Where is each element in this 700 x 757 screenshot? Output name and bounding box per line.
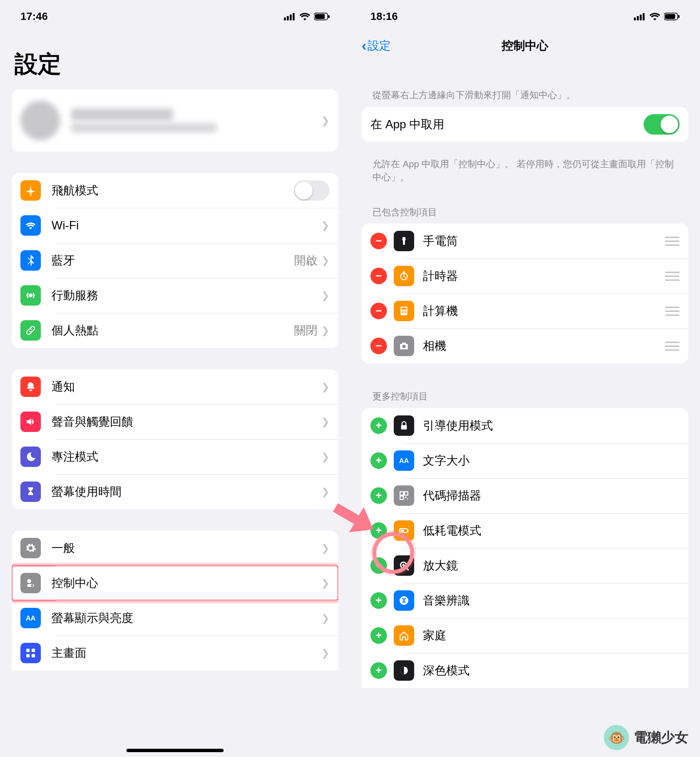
- cc-row-flashlight[interactable]: −手電筒: [362, 224, 688, 258]
- cc-row-qr[interactable]: +代碼掃描器: [362, 478, 688, 513]
- settings-row-speaker[interactable]: 聲音與觸覺回饋❯: [12, 404, 338, 439]
- control-center-screen: 18:16 ‹ 設定 控制中心 從螢幕右上方邊緣向下滑動來打開「通知中心」。 在…: [350, 0, 700, 757]
- svg-rect-5: [315, 14, 325, 19]
- cc-row-timer[interactable]: −計時器: [362, 258, 688, 293]
- add-button[interactable]: +: [370, 592, 387, 609]
- settings-row-gear[interactable]: 一般❯: [12, 531, 338, 566]
- cc-row-aa[interactable]: +AA文字大小: [362, 443, 688, 478]
- section-footer-access: 允許在 App 中取用「控制中心」。 若停用時，您仍可從主畫面取用「控制中心」。: [362, 154, 688, 191]
- settings-row-bluetooth[interactable]: 藍牙開啟❯: [12, 243, 338, 278]
- qr-icon: [394, 485, 414, 506]
- svg-point-9: [31, 585, 34, 587]
- cc-row-darkmode[interactable]: +深色模式: [362, 653, 688, 688]
- home-icon: [394, 625, 414, 646]
- bell-icon: [20, 377, 41, 397]
- chevron-right-icon: ❯: [321, 577, 330, 589]
- moon-icon: [20, 447, 41, 467]
- remove-button[interactable]: −: [370, 338, 387, 354]
- reorder-grip-icon[interactable]: [665, 307, 680, 316]
- remove-button[interactable]: −: [370, 268, 387, 284]
- svg-point-30: [402, 312, 402, 313]
- svg-rect-39: [405, 497, 406, 498]
- section-header-included: 已包含控制項目: [362, 191, 688, 224]
- svg-rect-36: [400, 492, 403, 495]
- section-header-top: 從螢幕右上方邊緣向下滑動來打開「通知中心」。: [362, 59, 688, 107]
- svg-rect-42: [401, 530, 404, 532]
- camera-icon: [394, 336, 414, 356]
- svg-rect-2: [290, 15, 292, 20]
- cc-label: 手電筒: [423, 233, 665, 249]
- cc-label: 相機: [423, 338, 665, 354]
- watermark-text: 電獺少女: [634, 728, 688, 747]
- chevron-right-icon: ❯: [321, 325, 330, 336]
- add-button[interactable]: +: [370, 417, 387, 434]
- back-button[interactable]: ‹ 設定: [362, 38, 391, 53]
- settings-row-airplane[interactable]: 飛航模式: [12, 173, 338, 208]
- chevron-right-icon: ❯: [321, 115, 330, 126]
- settings-row-hourglass[interactable]: 螢幕使用時間❯: [12, 474, 338, 509]
- cc-row-home[interactable]: +家庭: [362, 618, 688, 653]
- svg-rect-6: [328, 15, 330, 18]
- row-tail: 開啟: [294, 253, 317, 268]
- status-icons: [284, 13, 330, 20]
- shazam-icon: [394, 590, 414, 611]
- page-title: 設定: [12, 49, 338, 80]
- settings-row-grid[interactable]: 主畫面❯: [12, 636, 338, 671]
- cc-label: 引導使用模式: [423, 418, 680, 433]
- svg-point-31: [403, 312, 404, 313]
- add-button[interactable]: +: [370, 452, 387, 469]
- svg-point-27: [402, 310, 402, 311]
- toggle-airplane[interactable]: [294, 180, 330, 201]
- cc-row-shazam[interactable]: +音樂辨識: [362, 583, 688, 618]
- chevron-left-icon: ‹: [362, 38, 367, 53]
- cc-row-lock[interactable]: +引導使用模式: [362, 408, 688, 443]
- row-label: 主畫面: [52, 645, 321, 661]
- settings-row-aa[interactable]: AA螢幕顯示與亮度❯: [12, 601, 338, 636]
- row-tail: 關閉: [294, 323, 317, 338]
- cc-label: 放大鏡: [423, 558, 680, 573]
- chevron-right-icon: ❯: [321, 451, 330, 463]
- settings-row-link[interactable]: 個人熱點關閉❯: [12, 313, 338, 348]
- access-label: 在 App 中取用: [370, 117, 644, 132]
- cellular-icon: [634, 13, 646, 20]
- reorder-grip-icon[interactable]: [665, 272, 680, 281]
- chevron-right-icon: ❯: [321, 290, 330, 301]
- settings-row-bell[interactable]: 通知❯: [12, 369, 338, 404]
- row-label: 個人熱點: [52, 323, 294, 338]
- access-toggle[interactable]: [644, 114, 680, 135]
- arrow-annotation: [328, 492, 381, 545]
- switches-icon: [20, 573, 41, 593]
- svg-point-33: [402, 345, 406, 348]
- avatar: [20, 101, 60, 140]
- settings-row-moon[interactable]: 專注模式❯: [12, 439, 338, 474]
- settings-row-switches[interactable]: 控制中心❯: [12, 566, 338, 601]
- settings-row-wifi[interactable]: Wi-Fi❯: [12, 208, 338, 243]
- add-button[interactable]: +: [370, 662, 387, 679]
- svg-rect-21: [678, 15, 680, 18]
- cc-row-calculator[interactable]: −計算機: [362, 293, 688, 328]
- included-group: −手電筒−計時器−計算機−相機: [362, 224, 688, 363]
- cc-row-camera[interactable]: −相機: [362, 328, 688, 363]
- add-button[interactable]: +: [370, 627, 387, 644]
- row-label: 聲音與觸覺回饋: [52, 414, 321, 430]
- grid-icon: [20, 643, 41, 663]
- remove-button[interactable]: −: [370, 233, 387, 249]
- row-label: 專注模式: [52, 449, 321, 465]
- row-label: 螢幕使用時間: [52, 484, 321, 499]
- chevron-right-icon: ❯: [321, 416, 330, 428]
- profile-row[interactable]: ❯: [12, 89, 338, 152]
- svg-point-29: [405, 310, 406, 311]
- speaker-icon: [20, 412, 41, 432]
- svg-rect-15: [634, 17, 636, 20]
- reorder-grip-icon[interactable]: [665, 237, 680, 246]
- remove-button[interactable]: −: [370, 303, 387, 319]
- cc-label: 計時器: [423, 268, 665, 284]
- chevron-right-icon: ❯: [321, 220, 330, 231]
- chevron-right-icon: ❯: [321, 381, 330, 393]
- access-toggle-row[interactable]: 在 App 中取用: [362, 107, 688, 142]
- battery-icon: [314, 13, 330, 20]
- reorder-grip-icon[interactable]: [665, 342, 680, 351]
- status-bar: 18:16: [362, 0, 688, 29]
- settings-row-antenna[interactable]: 行動服務❯: [12, 278, 338, 313]
- svg-rect-17: [640, 15, 642, 20]
